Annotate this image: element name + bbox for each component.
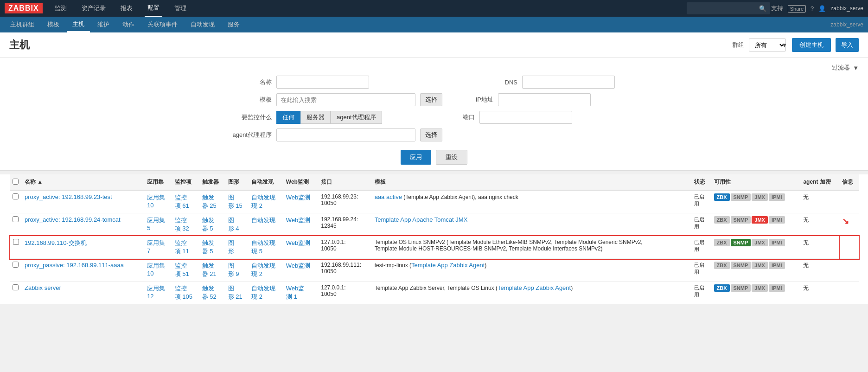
encrypt-cell: 无 xyxy=(800,282,839,304)
subnav-actions[interactable]: 动作 xyxy=(117,17,140,32)
hosts-table: 名称 ▲ 应用集 监控项 触发器 图形 自动发现 Web监测 接口 模板 状态 … xyxy=(9,174,859,304)
agent-select-button[interactable]: 选择 xyxy=(420,128,442,141)
graph-cell[interactable]: 图形 21 xyxy=(225,282,249,304)
nav-reports[interactable]: 报表 xyxy=(118,0,135,17)
template-filter-input[interactable] xyxy=(276,93,415,106)
nav-assets[interactable]: 资产记录 xyxy=(79,0,108,17)
zbx-badge: ZBX xyxy=(714,216,730,224)
apply-filter-button[interactable]: 应用 xyxy=(401,150,431,165)
monitor-cell[interactable]: 监控项 11 xyxy=(172,236,199,259)
template-select-button[interactable]: 选择 xyxy=(420,93,442,106)
share-link[interactable]: Share xyxy=(788,5,806,12)
appset-cell[interactable]: 应用集12 xyxy=(144,282,172,304)
name-filter-input[interactable] xyxy=(276,76,369,89)
snmp-badge: SNMP xyxy=(731,284,751,292)
search-icon[interactable]: 🔍 xyxy=(759,5,766,12)
top-nav-right: 🔍 支持 Share ? 👤 zabbix_serve xyxy=(687,2,863,14)
host-name[interactable]: Zabbix server xyxy=(22,282,144,304)
port-filter-input[interactable] xyxy=(479,111,572,124)
ip-filter-input[interactable] xyxy=(498,93,591,106)
th-graph: 图形 xyxy=(225,174,249,190)
monitor-agent-button[interactable]: agent代理程序 xyxy=(331,111,382,124)
appset-cell[interactable]: 应用集10 xyxy=(144,190,172,213)
th-interface: 接口 xyxy=(318,174,371,190)
global-search-input[interactable] xyxy=(687,2,770,14)
filter-row-monitor: 要监控什么 任何 服务器 agent代理程序 端口 xyxy=(225,111,643,124)
host-name[interactable]: proxy_active: 192.168.99.23-test xyxy=(22,190,144,213)
appset-cell[interactable]: 应用集10 xyxy=(144,259,172,282)
filter-actions: 应用 重设 xyxy=(225,150,643,165)
host-name[interactable]: proxy_passive: 192.168.99.111-aaaa xyxy=(22,259,144,282)
autodiscover-cell[interactable]: 自动发现现 2 xyxy=(249,259,283,282)
th-name[interactable]: 名称 ▲ xyxy=(22,174,144,190)
monitor-any-button[interactable]: 任何 xyxy=(276,111,300,124)
subnav-hostgroups[interactable]: 主机群组 xyxy=(5,17,40,32)
graph-cell[interactable]: 图形 9 xyxy=(225,259,249,282)
monitor-cell[interactable]: 监控项 61 xyxy=(172,190,199,213)
th-checkbox xyxy=(10,174,22,190)
filter-section: 过滤器 ▼ 名称 DNS 模板 选择 IP地址 要监控什么 任何 服务器 age… xyxy=(0,58,868,171)
ipmi-badge: IPMI xyxy=(769,284,785,292)
group-filter-select[interactable]: 所有 xyxy=(749,38,786,51)
trigger-cell[interactable]: 触发器 5 xyxy=(199,213,225,236)
row-select-checkbox[interactable] xyxy=(13,284,19,290)
subnav-services[interactable]: 服务 xyxy=(222,17,245,32)
webmonitor-cell[interactable]: Web监测 xyxy=(283,190,318,213)
graph-cell[interactable]: 图形 15 xyxy=(225,190,249,213)
nav-monitor[interactable]: 监测 xyxy=(52,0,70,17)
appset-cell[interactable]: 应用集5 xyxy=(144,213,172,236)
user-icon[interactable]: 👤 xyxy=(818,5,826,12)
top-navigation: ZABBIX 监测 资产记录 报表 配置 管理 🔍 支持 Share ? 👤 z… xyxy=(0,0,868,17)
table-header-row: 名称 ▲ 应用集 监控项 触发器 图形 自动发现 Web监测 接口 模板 状态 … xyxy=(10,174,859,190)
row-select-checkbox[interactable] xyxy=(13,193,19,199)
subnav-templates[interactable]: 模板 xyxy=(42,17,65,32)
autodiscover-cell[interactable]: 自动发现现 5 xyxy=(249,236,283,259)
host-name[interactable]: proxy_active: 192.168.99.24-tomcat xyxy=(22,213,144,236)
subnav-hosts[interactable]: 主机 xyxy=(67,17,90,32)
nav-config[interactable]: 配置 xyxy=(145,0,162,17)
webmonitor-cell[interactable]: Web监测 xyxy=(283,213,318,236)
trigger-cell[interactable]: 触发器 25 xyxy=(199,190,225,213)
monitor-cell[interactable]: 监控项 51 xyxy=(172,259,199,282)
th-template: 模板 xyxy=(372,174,692,190)
graph-cell[interactable]: 图形 4 xyxy=(225,213,249,236)
subnav-linked-events[interactable]: 关联项事件 xyxy=(142,17,183,32)
autodiscover-cell[interactable]: 自动发现现 2 xyxy=(249,190,283,213)
monitor-cell[interactable]: 监控项 32 xyxy=(172,213,199,236)
row-select-checkbox[interactable] xyxy=(13,239,19,245)
row-select-checkbox[interactable] xyxy=(13,262,19,268)
table-row: proxy_passive: 192.168.99.111-aaaa 应用集10… xyxy=(10,259,859,282)
appset-cell[interactable]: 应用集7 xyxy=(144,236,172,259)
trigger-cell[interactable]: 触发器 5 xyxy=(199,236,225,259)
webmonitor-cell[interactable]: Web监测 xyxy=(283,259,318,282)
import-button[interactable]: 导入 xyxy=(836,38,859,52)
autodiscover-cell[interactable]: 自动发现 xyxy=(249,213,283,236)
nav-admin[interactable]: 管理 xyxy=(172,0,189,17)
reset-filter-button[interactable]: 重设 xyxy=(436,150,467,165)
autodiscover-cell[interactable]: 自动发现现 2 xyxy=(249,282,283,304)
template-cell: Template App Zabbix Server, Template OS … xyxy=(372,282,692,304)
agent-filter-input[interactable] xyxy=(276,128,415,141)
trigger-cell[interactable]: 触发器 52 xyxy=(199,282,225,304)
support-link[interactable]: 支持 xyxy=(771,4,783,13)
monitor-server-button[interactable]: 服务器 xyxy=(300,111,331,124)
webmonitor-cell[interactable]: Web监测 xyxy=(283,236,318,259)
monitor-cell[interactable]: 监控项 105 xyxy=(172,282,199,304)
status-cell: 已启用 xyxy=(691,213,711,236)
template-filter-label: 模板 xyxy=(225,96,272,104)
table-row: 192.168.99.110-交换机 应用集7 监控项 11 触发器 5 图形 … xyxy=(10,236,859,259)
filter-label: 过滤器 xyxy=(832,64,850,72)
webmonitor-cell[interactable]: Web监测 1 xyxy=(283,282,318,304)
trigger-cell[interactable]: 触发器 21 xyxy=(199,259,225,282)
create-host-button[interactable]: 创建主机 xyxy=(792,38,831,52)
subnav-maintenance[interactable]: 维护 xyxy=(92,17,115,32)
encrypt-cell: 无 xyxy=(800,190,839,213)
subnav-autodiscovery[interactable]: 自动发现 xyxy=(185,17,220,32)
select-all-checkbox[interactable] xyxy=(13,179,19,185)
graph-cell[interactable]: 图形 xyxy=(225,236,249,259)
host-name[interactable]: 192.168.99.110-交换机 xyxy=(22,236,144,259)
row-select-checkbox[interactable] xyxy=(13,216,19,222)
dns-filter-input[interactable] xyxy=(522,76,615,89)
help-icon[interactable]: ? xyxy=(811,5,814,12)
filter-toggle[interactable]: 过滤器 ▼ xyxy=(9,64,859,72)
